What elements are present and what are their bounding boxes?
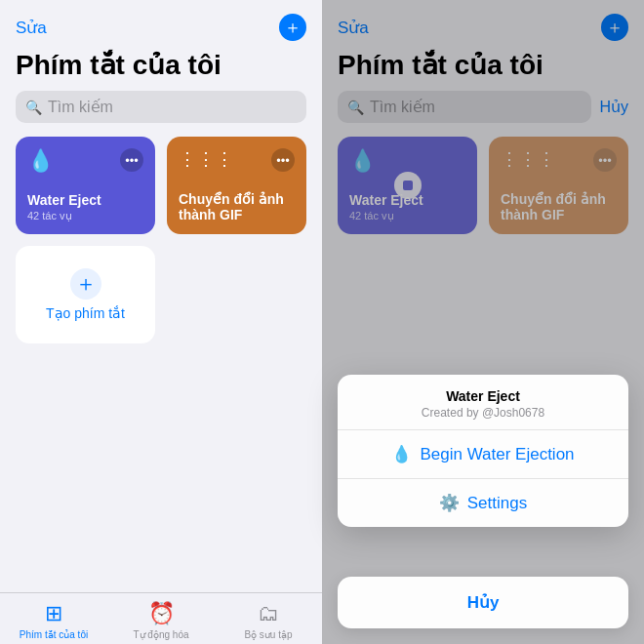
settings-action[interactable]: ⚙️ Settings xyxy=(338,479,628,527)
left-search-bar[interactable]: 🔍 Tìm kiếm xyxy=(16,91,306,123)
left-shortcuts-grid: 💧 ••• Water Eject 42 tác vụ ⋮⋮⋮ ••• Chuy… xyxy=(0,137,322,343)
cancel-action-button[interactable]: Hủy xyxy=(338,577,628,628)
settings-action-icon: ⚙️ xyxy=(439,493,460,513)
gif-name: Chuyển đổi ảnh thành GIF xyxy=(179,191,295,222)
gallery-tab-icon: 🗂 xyxy=(258,601,279,626)
left-search-placeholder: Tìm kiếm xyxy=(48,98,113,116)
left-gif-card[interactable]: ⋮⋮⋮ ••• Chuyển đổi ảnh thành GIF xyxy=(167,137,306,234)
left-water-eject-card[interactable]: 💧 ••• Water Eject 42 tác vụ xyxy=(16,137,155,234)
gif-more-button[interactable]: ••• xyxy=(271,148,295,172)
left-edit-button[interactable]: Sửa xyxy=(16,18,47,38)
context-creator: Created by @Josh0678 xyxy=(353,406,613,420)
water-eject-subtitle: 42 tác vụ xyxy=(27,210,143,222)
water-action-icon: 💧 xyxy=(391,444,412,464)
right-panel: Sửa ＋ Phím tắt của tôi 🔍 Tìm kiếm Hủy 💧 … xyxy=(322,0,644,644)
begin-water-ejection-action[interactable]: 💧 Begin Water Ejection xyxy=(338,430,628,479)
water-eject-card-bottom: Water Eject 42 tác vụ xyxy=(27,192,143,222)
create-label: Tạo phím tắt xyxy=(46,305,125,321)
settings-action-label: Settings xyxy=(467,494,527,513)
context-header: Water Eject Created by @Josh0678 xyxy=(338,375,628,430)
card-top-row: 💧 ••• xyxy=(27,148,143,174)
left-page-title: Phím tắt của tôi xyxy=(0,45,322,91)
water-eject-name: Water Eject xyxy=(27,192,143,208)
create-plus-icon: ＋ xyxy=(70,268,101,300)
left-add-button[interactable]: ＋ xyxy=(279,14,306,41)
context-dim-overlay[interactable] xyxy=(322,0,644,644)
cancel-action-sheet: Hủy xyxy=(338,577,628,628)
left-bottom-tabs: ⊞ Phím tắt của tôi ⏰ Tự động hóa 🗂 Bộ sư… xyxy=(0,592,322,644)
water-drop-icon: 💧 xyxy=(27,148,54,174)
left-top-bar: Sửa ＋ xyxy=(0,0,322,45)
card-top-row-gif: ⋮⋮⋮ ••• xyxy=(179,148,295,172)
gif-card-bottom: Chuyển đổi ảnh thành GIF xyxy=(179,191,295,222)
grid-icon: ⋮⋮⋮ xyxy=(179,148,234,170)
gallery-tab-label: Bộ sưu tập xyxy=(244,629,292,640)
left-create-card[interactable]: ＋ Tạo phím tắt xyxy=(16,246,155,343)
left-tab-automation[interactable]: ⏰ Tự động hóa xyxy=(107,601,215,640)
left-search-icon: 🔍 xyxy=(25,100,42,115)
context-app-name: Water Eject xyxy=(353,388,613,404)
automation-tab-label: Tự động hóa xyxy=(133,629,188,640)
left-tab-my-shortcuts[interactable]: ⊞ Phím tắt của tôi xyxy=(0,601,107,640)
shortcuts-tab-icon: ⊞ xyxy=(45,601,62,626)
left-panel: Sửa ＋ Phím tắt của tôi 🔍 Tìm kiếm 💧 ••• … xyxy=(0,0,322,644)
water-eject-more-button[interactable]: ••• xyxy=(120,148,143,172)
begin-water-ejection-label: Begin Water Ejection xyxy=(420,445,574,464)
context-menu: Water Eject Created by @Josh0678 💧 Begin… xyxy=(338,375,628,527)
left-tab-gallery[interactable]: 🗂 Bộ sưu tập xyxy=(215,601,322,640)
shortcuts-tab-label: Phím tắt của tôi xyxy=(20,629,88,640)
automation-tab-icon: ⏰ xyxy=(148,601,175,626)
